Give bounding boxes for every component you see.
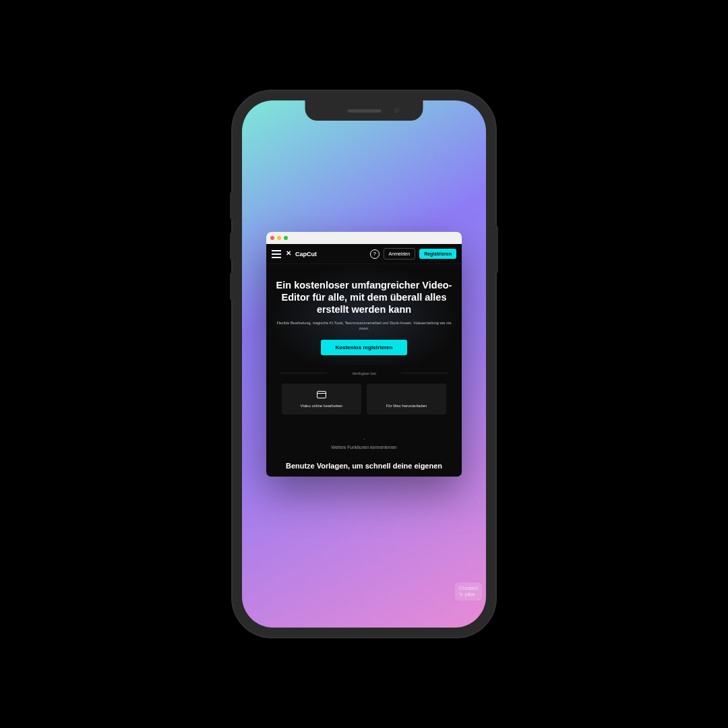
hamburger-menu-icon[interactable] — [272, 250, 281, 258]
cta-register-button[interactable]: Kostenlos registrieren — [321, 340, 408, 355]
front-camera — [394, 108, 400, 113]
brand-name: CapCut — [295, 251, 317, 257]
register-button[interactable]: Registrieren — [419, 249, 456, 259]
available-divider-label: Verfügbar bei — [266, 365, 462, 381]
minimize-dot-icon[interactable] — [277, 236, 281, 240]
learn-more[interactable]: ⌃ Weitere Funktionen kennenlernen — [266, 425, 462, 459]
learn-more-label: Weitere Funktionen kennenlernen — [331, 445, 396, 450]
zoom-dot-icon[interactable] — [284, 236, 288, 240]
templates-heading: Benutze Vorlagen, um schnell deine eigen… — [266, 459, 462, 477]
browser-window-icon — [317, 390, 326, 400]
speaker-slot — [347, 109, 381, 113]
hero-subtitle: Flexible Bearbeitung, magische KI-Tools,… — [276, 321, 452, 331]
download-mac-card[interactable]: Für Mac herunterladen — [367, 384, 446, 415]
hero-title: Ein kostenloser umfangreicher Video-Edit… — [276, 279, 452, 315]
download-mac-label: Für Mac herunterladen — [386, 404, 427, 408]
chevron-up-icon: ⌃ — [266, 437, 462, 442]
login-button[interactable]: Anmelden — [384, 248, 416, 260]
browser-window: CapCut ? Anmelden Registrieren Ein koste… — [266, 232, 462, 477]
help-icon[interactable]: ? — [370, 249, 380, 259]
hero-section: Ein kostenloser umfangreicher Video-Edit… — [266, 264, 462, 365]
app-header: CapCut ? Anmelden Registrieren — [266, 244, 462, 264]
close-dot-icon[interactable] — [270, 236, 274, 240]
edit-online-label: Video online bearbeiten — [301, 404, 343, 408]
watermark-line1: Created — [459, 585, 478, 591]
platform-cards: Video online bearbeiten Für Mac herunter… — [266, 381, 462, 425]
phone-screen: CapCut ? Anmelden Registrieren Ein koste… — [242, 100, 486, 628]
logo-mark-icon — [285, 250, 293, 258]
brand-logo[interactable]: CapCut — [285, 250, 317, 258]
watermark-line2: pika — [465, 591, 475, 597]
phone-frame: CapCut ? Anmelden Registrieren Ein koste… — [233, 91, 495, 637]
window-titlebar — [266, 232, 462, 244]
watermark: Created ↳ pika — [455, 582, 482, 601]
phone-notch — [305, 100, 423, 121]
edit-online-card[interactable]: Video online bearbeiten — [282, 384, 361, 415]
